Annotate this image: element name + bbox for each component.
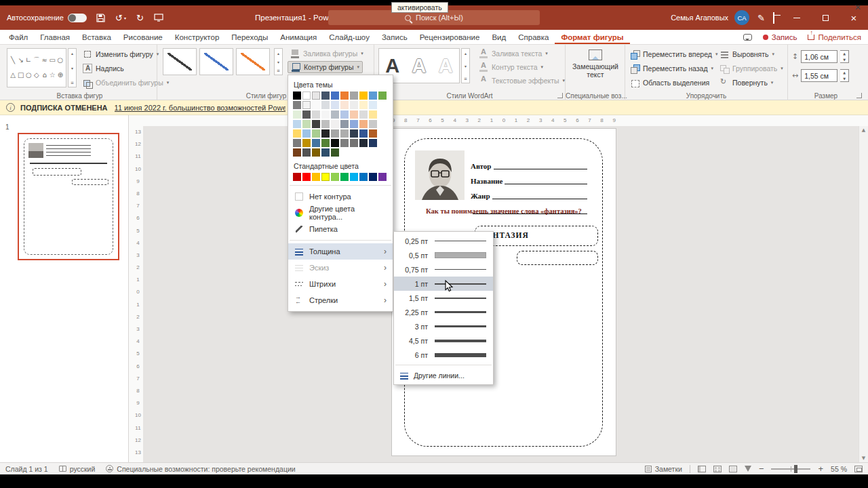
style-gallery-scroll[interactable]: ▴▾≡ <box>274 48 283 75</box>
color-swatch[interactable] <box>378 173 387 181</box>
shape-icon[interactable]: ≈ <box>41 57 48 64</box>
color-swatch[interactable] <box>321 139 330 147</box>
zoom-knob[interactable] <box>794 465 797 473</box>
wordart-style-2[interactable]: А <box>412 55 427 77</box>
slide-sorter-view-icon[interactable] <box>713 466 722 472</box>
slide-field[interactable]: Жанр <box>471 185 587 200</box>
wordart-style-1[interactable]: А <box>385 55 399 77</box>
color-swatch[interactable] <box>331 120 339 128</box>
reading-view-icon[interactable] <box>729 466 737 472</box>
ribbon-tab-1[interactable]: Главная <box>34 30 76 44</box>
weight-option[interactable]: 0,5 пт <box>394 248 493 262</box>
ribbon-display-options-icon[interactable] <box>773 13 774 23</box>
weight-option[interactable]: 4,5 пт <box>394 333 493 348</box>
color-swatch[interactable] <box>369 120 377 128</box>
color-swatch[interactable] <box>312 120 320 128</box>
shape-style-preview[interactable] <box>236 48 270 75</box>
ribbon-tab-4[interactable]: Конструктор <box>169 30 226 44</box>
arrange-item[interactable]: Выровнять▾ <box>720 49 783 60</box>
slide-field-list[interactable]: АвторНазваниеЖанр <box>471 155 587 215</box>
zoom-out-button[interactable]: − <box>759 464 764 473</box>
color-swatch[interactable] <box>302 129 311 138</box>
color-swatch[interactable] <box>293 101 301 109</box>
ribbon-tab-10[interactable]: Вид <box>486 30 512 44</box>
color-swatch[interactable] <box>350 129 358 138</box>
color-swatch[interactable] <box>321 120 330 128</box>
fit-to-window-icon[interactable] <box>854 466 863 472</box>
color-swatch[interactable] <box>331 101 339 109</box>
notes-button[interactable]: Заметки <box>645 465 682 473</box>
color-swatch[interactable] <box>302 110 311 119</box>
color-swatch[interactable] <box>312 110 320 119</box>
color-swatch[interactable] <box>321 101 330 109</box>
outline-menu-item-more-colors[interactable]: Другие цвета контура... <box>288 205 393 221</box>
shape-icon[interactable]: ⌂ <box>41 72 48 79</box>
ribbon-tab-9[interactable]: Рецензирование <box>414 30 486 44</box>
color-swatch[interactable] <box>340 110 349 119</box>
shape-icon[interactable]: ⌒ <box>33 57 40 64</box>
banner-link[interactable]: 11 июня 2022 г. большинство возможностей… <box>115 104 285 112</box>
color-swatch[interactable] <box>331 148 339 157</box>
ribbon-tab-8[interactable]: Запись <box>376 30 414 44</box>
wordart-style-3[interactable]: А <box>439 55 453 77</box>
color-swatch[interactable] <box>293 129 301 138</box>
color-swatch[interactable] <box>302 120 311 128</box>
slide-field[interactable]: Автор <box>471 155 587 170</box>
alt-text-button[interactable]: Замещающий текст <box>572 49 618 79</box>
shape-icon[interactable]: ∟ <box>25 57 32 64</box>
shape-style-preview[interactable] <box>199 48 233 75</box>
outline-menu-item-arrows[interactable]: Стрелки› <box>288 292 393 308</box>
banner-close-icon[interactable]: ✕ <box>854 0 861 15</box>
color-swatch[interactable] <box>312 101 320 109</box>
color-swatch[interactable] <box>302 92 311 100</box>
color-swatch[interactable] <box>331 139 339 147</box>
arrange-item[interactable]: Переместить вперед▾ <box>631 49 717 60</box>
color-swatch[interactable] <box>340 101 349 109</box>
inking-pen-icon[interactable]: ✎ <box>757 13 765 23</box>
color-swatch[interactable] <box>312 129 320 138</box>
height-stepper[interactable]: ▲▼ <box>840 50 849 63</box>
color-swatch[interactable] <box>359 110 368 119</box>
ribbon-tab-6[interactable]: Анимация <box>274 30 323 44</box>
color-swatch[interactable] <box>312 139 320 147</box>
color-swatch[interactable] <box>350 101 358 109</box>
accessibility-status[interactable]: Специальные возможности: проверьте реком… <box>106 465 295 473</box>
share-button[interactable]: Поделиться <box>808 33 861 41</box>
color-swatch[interactable] <box>340 139 349 147</box>
dialog-launcher-icon[interactable] <box>557 93 563 98</box>
weight-option[interactable]: 0,25 пт <box>394 234 493 248</box>
reactivate-button[interactable]: активировать <box>391 2 448 13</box>
color-swatch[interactable] <box>359 101 368 109</box>
color-swatch[interactable] <box>359 139 368 147</box>
shape-height-input[interactable]: 1,06 см <box>801 50 837 63</box>
color-swatch[interactable] <box>350 120 358 128</box>
color-swatch[interactable] <box>350 139 358 147</box>
start-slideshow-icon[interactable] <box>154 14 163 22</box>
color-swatch[interactable] <box>293 139 301 147</box>
width-stepper[interactable]: ▲▼ <box>840 69 849 82</box>
color-swatch[interactable] <box>302 148 311 157</box>
slide-field[interactable]: Название <box>471 170 587 185</box>
autosave-toggle[interactable]: Автосохранение <box>7 5 87 30</box>
weight-option[interactable]: 2,25 пт <box>394 305 493 319</box>
zoom-in-button[interactable]: + <box>818 464 823 473</box>
ribbon-tab-11[interactable]: Справка <box>512 30 555 44</box>
color-swatch[interactable] <box>369 101 377 109</box>
weight-option[interactable]: 0,75 пт <box>394 262 493 277</box>
shape-icon[interactable]: ⊕ <box>57 72 64 79</box>
color-swatch[interactable] <box>331 92 339 100</box>
user-name[interactable]: Семья Агаповых <box>671 14 728 22</box>
empty-dashed-box[interactable] <box>517 251 598 265</box>
shape-icon[interactable]: ╲ <box>9 57 16 64</box>
minimize-button[interactable] <box>783 5 811 30</box>
color-swatch[interactable] <box>312 148 320 157</box>
color-swatch[interactable] <box>331 173 339 181</box>
slide-question-text[interactable]: Как ты понимаешь значение слова «фантази… <box>407 207 601 215</box>
color-swatch[interactable] <box>359 120 368 128</box>
color-swatch[interactable] <box>331 110 339 119</box>
color-swatch[interactable] <box>369 173 377 181</box>
weight-option[interactable]: 6 пт <box>394 348 493 362</box>
color-swatch[interactable] <box>293 92 301 100</box>
outline-menu-item-weight[interactable]: Толщина› <box>288 243 393 260</box>
dialog-launcher-icon[interactable] <box>856 93 862 98</box>
